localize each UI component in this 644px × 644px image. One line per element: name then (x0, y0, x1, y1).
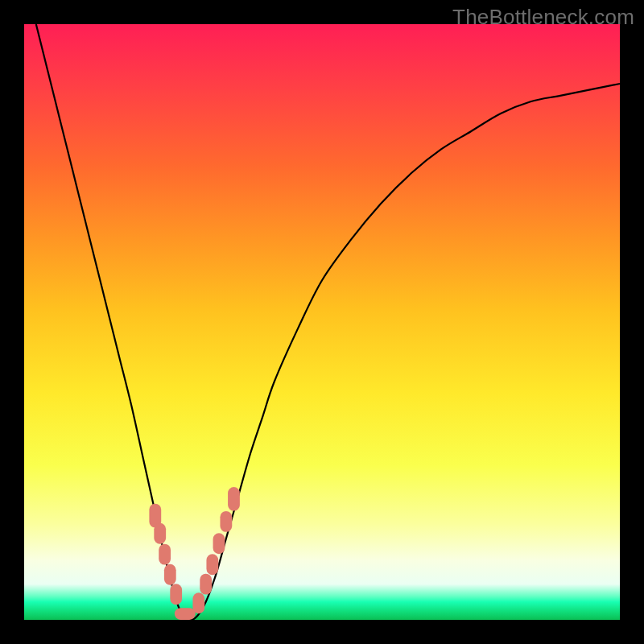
curve-marker (220, 511, 232, 532)
bottleneck-curve (36, 24, 620, 620)
curve-marker (170, 584, 182, 605)
curve-markers (149, 487, 239, 620)
curve-marker (164, 564, 176, 585)
chart-frame: TheBottleneck.com (0, 0, 644, 644)
watermark-text: TheBottleneck.com (452, 5, 634, 30)
curve-marker (228, 487, 240, 511)
curve-marker (200, 574, 212, 595)
curve-marker (154, 523, 166, 544)
curve-marker (175, 608, 196, 620)
curve-marker (192, 592, 204, 613)
chart-svg (24, 24, 620, 620)
plot-area (24, 24, 620, 620)
curve-marker (213, 533, 225, 554)
curve-marker (159, 544, 171, 565)
curve-marker (206, 554, 218, 575)
